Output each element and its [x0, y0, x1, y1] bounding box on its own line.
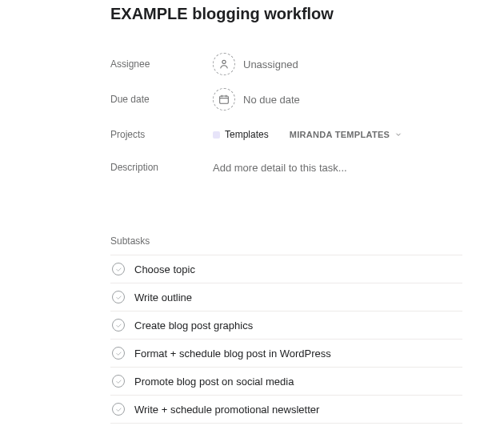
projects-field: Projects Templates MIRANDA TEMPLATES [110, 117, 462, 152]
subtask-row[interactable]: Create blog post graphics [110, 311, 462, 340]
subtask-list: Choose topicWrite outlineCreate blog pos… [110, 255, 462, 424]
projects-label: Projects [110, 129, 213, 140]
task-title[interactable]: EXAMPLE blogging workflow [110, 3, 462, 24]
project-chip-label: Templates [225, 129, 269, 140]
due-date-value: No due date [213, 88, 300, 111]
check-circle-icon[interactable] [112, 375, 125, 388]
check-circle-icon[interactable] [112, 319, 125, 332]
due-date-label: Due date [110, 94, 213, 105]
projects-value: Templates MIRANDA TEMPLATES [213, 129, 402, 140]
due-date-field[interactable]: Due date No due date [110, 82, 462, 117]
subtask-title: Format + schedule blog post in WordPress [134, 348, 461, 360]
subtask-title: Create blog post graphics [134, 319, 461, 332]
chevron-down-icon [394, 131, 402, 139]
person-icon [213, 53, 235, 75]
subtask-title: Promote blog post on social media [134, 376, 461, 388]
project-section-dropdown[interactable]: MIRANDA TEMPLATES [290, 130, 402, 139]
subtask-row[interactable]: Choose topic [110, 255, 462, 283]
assignee-label: Assignee [110, 58, 213, 70]
due-date-placeholder-text: No due date [243, 94, 300, 106]
subtask-title: Choose topic [134, 263, 461, 275]
svg-point-0 [222, 60, 226, 63]
description-label: Description [110, 162, 213, 173]
subtask-row[interactable]: Promote blog post on social media [110, 368, 462, 396]
subtasks-section: Subtasks Choose topicWrite outlineCreate… [110, 235, 462, 424]
check-circle-icon[interactable] [112, 347, 125, 360]
svg-rect-1 [220, 96, 229, 103]
calendar-icon [213, 88, 235, 111]
subtask-title: Write + schedule promotional newsletter [134, 404, 461, 416]
description-input[interactable]: Add more detail to this task... [213, 162, 462, 194]
subtask-row[interactable]: Write outline [110, 283, 462, 311]
subtasks-header: Subtasks [110, 235, 462, 247]
check-circle-icon[interactable] [112, 403, 125, 416]
assignee-value: Unassigned [213, 53, 298, 75]
project-section-label: MIRANDA TEMPLATES [290, 130, 390, 139]
subtask-title: Write outline [134, 291, 461, 303]
subtask-row[interactable]: Write + schedule promotional newsletter [110, 396, 462, 424]
check-circle-icon[interactable] [112, 263, 125, 275]
project-color-icon [213, 131, 220, 139]
check-circle-icon[interactable] [112, 291, 125, 303]
subtask-row[interactable]: Format + schedule blog post in WordPress [110, 340, 462, 368]
assignee-field[interactable]: Assignee Unassigned [110, 46, 462, 82]
task-detail-pane: EXAMPLE blogging workflow Assignee Unass… [0, 3, 504, 424]
project-chip[interactable]: Templates [213, 129, 269, 140]
description-field: Description Add more detail to this task… [110, 152, 462, 194]
assignee-placeholder-text: Unassigned [243, 58, 298, 70]
